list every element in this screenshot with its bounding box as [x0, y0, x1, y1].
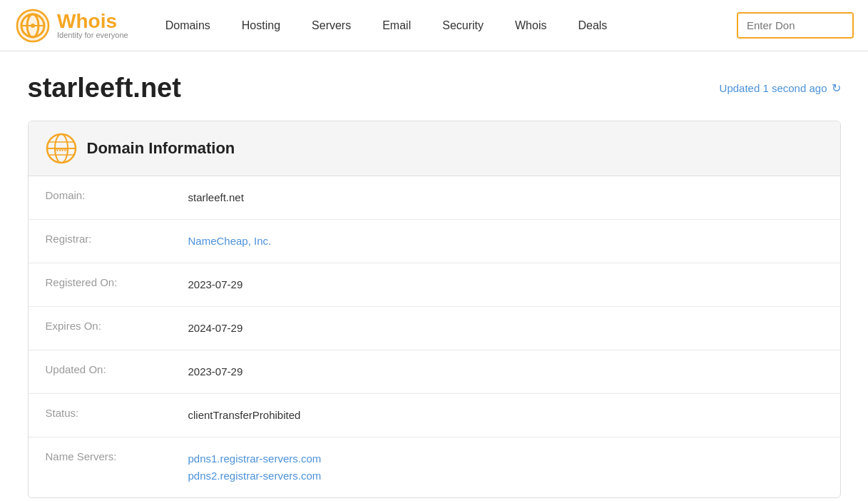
updated-status[interactable]: Updated 1 second ago ↻ [720, 81, 841, 95]
site-header: Whois Identity for everyone Domains Host… [0, 0, 868, 51]
logo-icon [14, 7, 51, 44]
info-row-domain: Domain: starleeft.net [29, 176, 840, 220]
www-icon: www [46, 133, 77, 164]
nav-item-security[interactable]: Security [427, 0, 499, 51]
label-status: Status: [46, 407, 188, 419]
value-expires-on: 2024-07-29 [188, 320, 243, 337]
info-row-registered-on: Registered On: 2023-07-29 [29, 263, 840, 307]
svg-text:www: www [53, 146, 69, 153]
refresh-icon[interactable]: ↻ [832, 81, 841, 95]
search-input[interactable] [738, 14, 852, 37]
logo-whois-label: Whois [57, 11, 128, 31]
label-registered-on: Registered On: [46, 276, 188, 288]
domain-info-card: www Domain Information Domain: starleeft… [28, 121, 841, 498]
updated-status-text: Updated 1 second ago [720, 82, 827, 94]
nav-item-hosting[interactable]: Hosting [226, 0, 296, 51]
nav-item-deals[interactable]: Deals [562, 0, 623, 51]
value-registered-on: 2023-07-29 [188, 276, 243, 293]
value-registrar[interactable]: NameCheap, Inc. [188, 233, 272, 250]
card-header-title: Domain Information [87, 139, 235, 158]
logo-text: Whois Identity for everyone [57, 11, 128, 39]
nav-item-email[interactable]: Email [367, 0, 427, 51]
info-row-name-servers: Name Servers: pdns1.registrar-servers.co… [29, 437, 840, 497]
logo-link[interactable]: Whois Identity for everyone [14, 7, 128, 44]
logo-tagline: Identity for everyone [57, 31, 128, 39]
main-content: starleeft.net Updated 1 second ago ↻ www… [14, 51, 855, 501]
search-box[interactable] [737, 12, 854, 39]
page-title: starleeft.net [28, 73, 181, 103]
info-row-updated-on: Updated On: 2023-07-29 [29, 350, 840, 394]
card-header: www Domain Information [29, 121, 840, 176]
value-updated-on: 2023-07-29 [188, 363, 243, 380]
nav-item-servers[interactable]: Servers [296, 0, 367, 51]
label-updated-on: Updated On: [46, 363, 188, 375]
label-expires-on: Expires On: [46, 320, 188, 332]
value-status: clientTransferProhibited [188, 407, 301, 424]
label-domain: Domain: [46, 189, 188, 201]
label-name-servers: Name Servers: [46, 450, 188, 462]
page-title-row: starleeft.net Updated 1 second ago ↻ [28, 73, 841, 103]
info-row-status: Status: clientTransferProhibited [29, 394, 840, 437]
value-name-servers: pdns1.registrar-servers.com pdns2.regist… [188, 450, 322, 485]
info-row-expires-on: Expires On: 2024-07-29 [29, 307, 840, 350]
nav-item-domains[interactable]: Domains [150, 0, 226, 51]
label-registrar: Registrar: [46, 233, 188, 245]
info-row-registrar: Registrar: NameCheap, Inc. [29, 220, 840, 263]
value-domain: starleeft.net [188, 189, 244, 206]
main-nav: Domains Hosting Servers Email Security W… [150, 0, 737, 51]
nav-item-whois[interactable]: Whois [499, 0, 562, 51]
